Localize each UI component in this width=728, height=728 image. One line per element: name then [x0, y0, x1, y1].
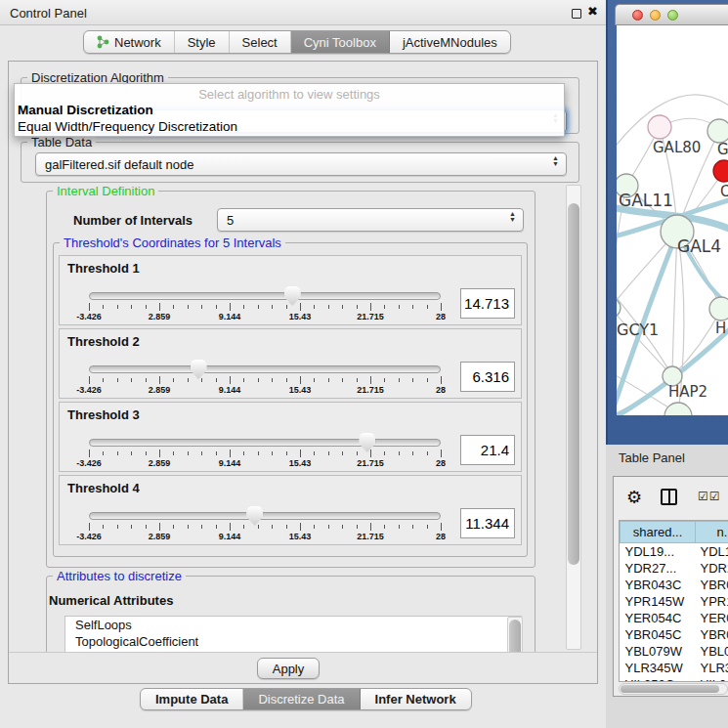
threshold-label: Threshold 3 — [67, 407, 140, 422]
interval-definition-group: Interval Definition Number of Intervals … — [46, 191, 535, 568]
slider-tick-labels: -3.4262.8599.14415.4321.71528 — [89, 385, 441, 396]
threshold-panel-2: Threshold 2-3.4262.8599.14415.4321.71528… — [59, 328, 522, 399]
column-header-shared-name[interactable]: shared... — [621, 522, 696, 543]
list-item[interactable]: SelfLoops — [65, 617, 521, 633]
table-row[interactable]: YER054CYER0... — [621, 610, 728, 626]
table-hscrollbar[interactable] — [619, 683, 728, 695]
minimize-traffic-light-icon[interactable] — [650, 10, 661, 21]
tab-label: Select — [242, 35, 278, 50]
node-pink[interactable] — [648, 115, 671, 139]
apply-bar: Apply — [9, 652, 597, 683]
table-header-row: shared... n... — [621, 522, 728, 543]
dropdown-option-manual[interactable]: Manual Discretization — [18, 103, 153, 117]
table-row[interactable]: YBR043CYBR0... — [621, 577, 728, 593]
right-pane: GAL80 GA C GAL11 GAL4 GCY1 H HAP2 Table … — [606, 0, 728, 728]
threshold-value-input[interactable]: 14.713 — [460, 288, 515, 319]
gear-icon[interactable]: ⚙ — [626, 487, 642, 508]
tab-select[interactable]: Select — [230, 31, 291, 53]
slider-tick-labels: -3.4262.8599.14415.4321.71528 — [89, 312, 441, 322]
network-window-titlebar — [615, 4, 728, 25]
tab-label: jActiveMNodules — [403, 35, 497, 50]
table-row[interactable]: YIL052CYIL0... — [621, 676, 728, 683]
list-item[interactable]: TopologicalCoefficient — [65, 633, 521, 650]
node-label: H — [715, 320, 726, 337]
tab-impute-data[interactable]: Impute Data — [141, 689, 243, 709]
tab-style[interactable]: Style — [175, 31, 230, 53]
scrollbar-thumb[interactable] — [509, 620, 521, 652]
node-table-body: YDL19...YDL1...YDR27...YDR2...YBR043CYBR… — [621, 543, 728, 683]
table-row[interactable]: YDL19...YDL1... — [621, 543, 728, 560]
slider-track[interactable] — [89, 292, 441, 300]
slider-ticks — [89, 303, 441, 312]
network-graph: GAL80 GA C GAL11 GAL4 GCY1 H HAP2 — [617, 25, 728, 415]
intervals-value: 5 — [227, 213, 234, 228]
node-label: GAL80 — [653, 139, 701, 156]
bottom-tab-bar: Impute Data Discretize Data Infer Networ… — [140, 688, 472, 710]
threshold-slider[interactable]: -3.4262.8599.14415.4321.71528 — [89, 363, 441, 396]
settings-scrollbar[interactable] — [566, 185, 581, 650]
tab-label: Discretize Data — [258, 692, 344, 707]
threshold-slider[interactable]: -3.4262.8599.14415.4321.71528 — [89, 289, 441, 322]
control-panel: Control Panel ✖ Network Style Select Cyn… — [0, 0, 606, 728]
table-data-group: Table Data galFiltered.sif default node … — [21, 142, 579, 183]
table-row[interactable]: YBR045CYBR0... — [621, 626, 728, 643]
tab-label: Cyni Toolbox — [304, 35, 376, 50]
node-red[interactable] — [713, 160, 728, 182]
select-columns-icon[interactable]: ☑☑ — [698, 490, 721, 503]
tab-infer-network[interactable]: Infer Network — [361, 689, 471, 709]
table-data-select[interactable]: galFiltered.sif default node ▲▼ — [35, 152, 567, 176]
apply-button[interactable]: Apply — [257, 658, 320, 679]
dropdown-option-equal-width[interactable]: Equal Width/Frequency Discretization — [18, 119, 237, 134]
threshold-panel-4: Threshold 4-3.4262.8599.14415.4321.71528… — [59, 475, 522, 545]
network-view-window: GAL80 GA C GAL11 GAL4 GCY1 H HAP2 — [606, 0, 728, 445]
threshold-slider[interactable]: -3.4262.8599.14415.4321.71528 — [89, 436, 441, 469]
table-row[interactable]: YPR145WYPR1... — [621, 593, 728, 610]
slider-tick-labels: -3.4262.8599.14415.4321.71528 — [89, 458, 441, 469]
node-h[interactable] — [709, 297, 728, 321]
threshold-value-input[interactable]: 21.4 — [460, 435, 515, 465]
slider-track[interactable] — [89, 512, 441, 520]
node-label: GCY1 — [617, 321, 659, 339]
tab-network[interactable]: Network — [84, 31, 175, 53]
split-columns-icon[interactable] — [661, 489, 677, 505]
scrollbar-thumb[interactable] — [621, 685, 719, 693]
column-header-name[interactable]: n... — [696, 522, 728, 543]
threshold-value-input[interactable]: 11.344 — [460, 508, 515, 538]
close-icon[interactable]: ✖ — [587, 4, 598, 19]
node-table[interactable]: shared... n... YDL19...YDL1...YDR27...YD… — [619, 520, 728, 682]
group-title: Interval Definition — [53, 184, 158, 198]
numerical-attributes-list[interactable]: SelfLoopsTopologicalCoefficientBetweenne… — [64, 616, 522, 652]
threshold-label: Threshold 1 — [67, 261, 140, 276]
node-bottom[interactable] — [664, 403, 692, 415]
number-of-intervals-select[interactable]: 5 ▲▼ — [217, 208, 524, 232]
tab-discretize-data[interactable]: Discretize Data — [243, 689, 360, 709]
panel-title: Control Panel — [10, 6, 87, 21]
threshold-value-input[interactable]: 6.316 — [460, 362, 515, 392]
group-title: Threshold's Coordinates for 5 Intervals — [60, 236, 285, 250]
table-row[interactable]: YLR345WYLR3... — [621, 660, 728, 676]
tab-jactivemnodules[interactable]: jActiveMNodules — [390, 31, 510, 53]
slider-track[interactable] — [89, 439, 441, 447]
node-green[interactable] — [707, 119, 728, 143]
node-label: HAP2 — [668, 383, 707, 401]
network-canvas[interactable]: GAL80 GA C GAL11 GAL4 GCY1 H HAP2 — [617, 25, 728, 415]
threshold-panel-1: Threshold 1-3.4262.8599.14415.4321.71528… — [59, 255, 522, 325]
zoom-traffic-light-icon[interactable] — [667, 10, 678, 21]
table-row[interactable]: YBL079WYBL0... — [621, 643, 728, 660]
tab-cyni-toolbox[interactable]: Cyni Toolbox — [291, 31, 390, 53]
threshold-slider[interactable]: -3.4262.8599.14415.4321.71528 — [89, 509, 441, 542]
slider-ticks — [89, 450, 441, 458]
slider-ticks — [89, 523, 441, 532]
table-data-value: galFiltered.sif default node — [45, 157, 193, 172]
table-row[interactable]: YDR27...YDR2... — [621, 560, 728, 577]
close-traffic-light-icon[interactable] — [632, 10, 643, 21]
attributes-scrollbar[interactable] — [507, 617, 523, 652]
threshold-panels: Threshold 1-3.4262.8599.14415.4321.71528… — [59, 255, 522, 548]
scrollbar-thumb[interactable] — [568, 203, 579, 565]
tab-label: Style — [188, 35, 216, 50]
network-nodes[interactable] — [617, 115, 728, 415]
float-window-icon[interactable] — [572, 9, 581, 19]
slider-track[interactable] — [89, 365, 441, 373]
group-title: Table Data — [27, 135, 96, 150]
network-icon — [97, 35, 109, 49]
